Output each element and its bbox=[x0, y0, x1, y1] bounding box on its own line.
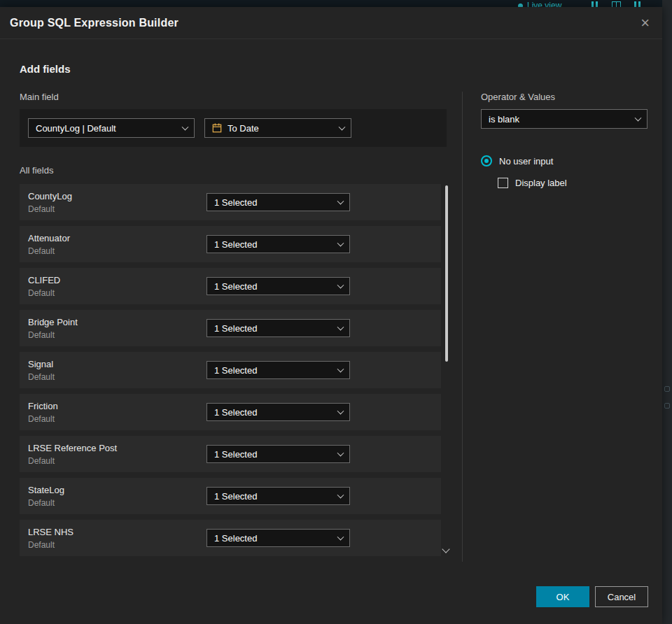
field-selected-value: 1 Selected bbox=[214, 491, 257, 502]
operator-values-column: Operator & Values is blank No user input… bbox=[462, 92, 648, 562]
field-selected-dropdown[interactable]: 1 Selected bbox=[206, 277, 350, 295]
field-selected-value: 1 Selected bbox=[214, 281, 257, 292]
chevron-down-icon bbox=[182, 124, 189, 131]
edge-tool-icon[interactable] bbox=[664, 403, 670, 409]
radio-selected-icon bbox=[481, 155, 492, 166]
chevron-down-icon bbox=[339, 124, 346, 131]
field-selected-dropdown[interactable]: 1 Selected bbox=[206, 193, 350, 211]
field-subtitle: Default bbox=[28, 456, 206, 466]
main-field-type-value: To Date bbox=[227, 123, 259, 134]
field-subtitle: Default bbox=[28, 288, 206, 298]
field-name: CLIFED bbox=[28, 275, 206, 285]
chevron-down-icon bbox=[337, 198, 344, 205]
field-selected-value: 1 Selected bbox=[214, 323, 257, 334]
field-name: Friction bbox=[28, 401, 206, 411]
calendar-icon bbox=[212, 123, 222, 133]
field-name: StateLog bbox=[28, 485, 206, 495]
field-selected-dropdown[interactable]: 1 Selected bbox=[206, 445, 350, 463]
no-user-input-label: No user input bbox=[499, 156, 553, 166]
field-row: LRSE Reference Post Default 1 Selected bbox=[20, 436, 441, 472]
all-fields-list: CountyLog Default 1 Selected Attenuator … bbox=[20, 184, 449, 556]
field-row: CountyLog Default 1 Selected bbox=[20, 184, 441, 220]
chevron-down-icon bbox=[337, 282, 344, 289]
field-name: LRSE NHS bbox=[28, 527, 206, 537]
dialog-header: Group SQL Expression Builder × bbox=[0, 7, 662, 39]
field-row-info: Signal Default bbox=[28, 359, 206, 382]
field-selected-value: 1 Selected bbox=[214, 407, 257, 418]
field-subtitle: Default bbox=[28, 498, 206, 508]
field-name: CountyLog bbox=[28, 191, 206, 201]
field-row: LRSE NHS Default 1 Selected bbox=[20, 520, 441, 556]
ok-button[interactable]: OK bbox=[536, 586, 589, 607]
field-subtitle: Default bbox=[28, 246, 206, 256]
field-subtitle: Default bbox=[28, 330, 206, 340]
main-field-select[interactable]: CountyLog | Default bbox=[28, 118, 195, 138]
field-row-info: LRSE Reference Post Default bbox=[28, 443, 206, 466]
chevron-down-icon bbox=[337, 324, 344, 331]
field-row-info: CLIFED Default bbox=[28, 275, 206, 298]
field-subtitle: Default bbox=[28, 414, 206, 424]
field-row: Bridge Point Default 1 Selected bbox=[20, 310, 441, 346]
chevron-down-icon bbox=[337, 408, 344, 415]
field-selected-dropdown[interactable]: 1 Selected bbox=[206, 235, 350, 253]
scroll-down-icon[interactable] bbox=[442, 545, 449, 553]
field-selected-dropdown[interactable]: 1 Selected bbox=[206, 529, 350, 547]
field-row: Friction Default 1 Selected bbox=[20, 394, 441, 430]
field-row-info: LRSE NHS Default bbox=[28, 527, 206, 550]
close-icon[interactable]: × bbox=[638, 14, 652, 32]
dialog-body: Add fields Main field CountyLog | Defaul… bbox=[0, 39, 662, 562]
chevron-down-icon bbox=[337, 240, 344, 247]
chevron-down-icon bbox=[337, 534, 344, 541]
chevron-down-icon bbox=[635, 115, 642, 122]
main-field-label: Main field bbox=[20, 92, 448, 102]
edge-tool-icon[interactable] bbox=[664, 386, 670, 392]
dialog-footer: OK Cancel bbox=[536, 586, 648, 607]
cancel-button[interactable]: Cancel bbox=[595, 586, 648, 607]
operator-select[interactable]: is blank bbox=[481, 109, 648, 129]
field-row-info: Bridge Point Default bbox=[28, 317, 206, 340]
display-label-checkbox[interactable]: Display label bbox=[498, 178, 648, 188]
chevron-down-icon bbox=[337, 366, 344, 373]
field-row: StateLog Default 1 Selected bbox=[20, 478, 441, 514]
field-selected-dropdown[interactable]: 1 Selected bbox=[206, 361, 350, 379]
field-selected-dropdown[interactable]: 1 Selected bbox=[206, 487, 350, 505]
field-selected-dropdown[interactable]: 1 Selected bbox=[206, 403, 350, 421]
all-fields-label: All fields bbox=[20, 165, 448, 176]
scrollbar-thumb[interactable] bbox=[445, 185, 448, 362]
add-fields-heading: Add fields bbox=[20, 63, 648, 75]
field-row: CLIFED Default 1 Selected bbox=[20, 268, 441, 304]
field-name: Signal bbox=[28, 359, 206, 369]
field-subtitle: Default bbox=[28, 540, 206, 550]
field-selected-value: 1 Selected bbox=[214, 365, 257, 376]
fields-column: Main field CountyLog | Default To bbox=[20, 92, 448, 562]
operator-select-value: is blank bbox=[489, 114, 519, 125]
field-name: Bridge Point bbox=[28, 317, 206, 327]
no-user-input-radio[interactable]: No user input bbox=[481, 155, 648, 166]
field-subtitle: Default bbox=[28, 204, 206, 214]
field-selected-value: 1 Selected bbox=[214, 533, 257, 544]
checkbox-unchecked-icon bbox=[498, 178, 508, 188]
field-name: LRSE Reference Post bbox=[28, 443, 206, 453]
field-row: Attenuator Default 1 Selected bbox=[20, 226, 441, 262]
field-selected-dropdown[interactable]: 1 Selected bbox=[206, 319, 350, 337]
group-sql-expression-builder-dialog: Group SQL Expression Builder × Add field… bbox=[0, 7, 662, 624]
field-selected-value: 1 Selected bbox=[214, 449, 257, 460]
right-edge-strip bbox=[662, 0, 672, 624]
operator-values-label: Operator & Values bbox=[481, 92, 648, 102]
field-row-info: CountyLog Default bbox=[28, 191, 206, 214]
field-row-info: Attenuator Default bbox=[28, 233, 206, 256]
display-label-text: Display label bbox=[515, 178, 567, 188]
field-subtitle: Default bbox=[28, 372, 206, 382]
dialog-title: Group SQL Expression Builder bbox=[10, 17, 178, 29]
field-row-info: StateLog Default bbox=[28, 485, 206, 508]
main-field-box: CountyLog | Default To Date bbox=[20, 109, 447, 147]
chevron-down-icon bbox=[337, 492, 344, 499]
field-row-info: Friction Default bbox=[28, 401, 206, 424]
field-name: Attenuator bbox=[28, 233, 206, 243]
field-row: Signal Default 1 Selected bbox=[20, 352, 441, 388]
chevron-down-icon bbox=[337, 450, 344, 457]
main-field-select-value: CountyLog | Default bbox=[36, 123, 116, 134]
main-field-type-select[interactable]: To Date bbox=[204, 118, 351, 138]
field-selected-value: 1 Selected bbox=[214, 197, 257, 208]
field-selected-value: 1 Selected bbox=[214, 239, 257, 250]
